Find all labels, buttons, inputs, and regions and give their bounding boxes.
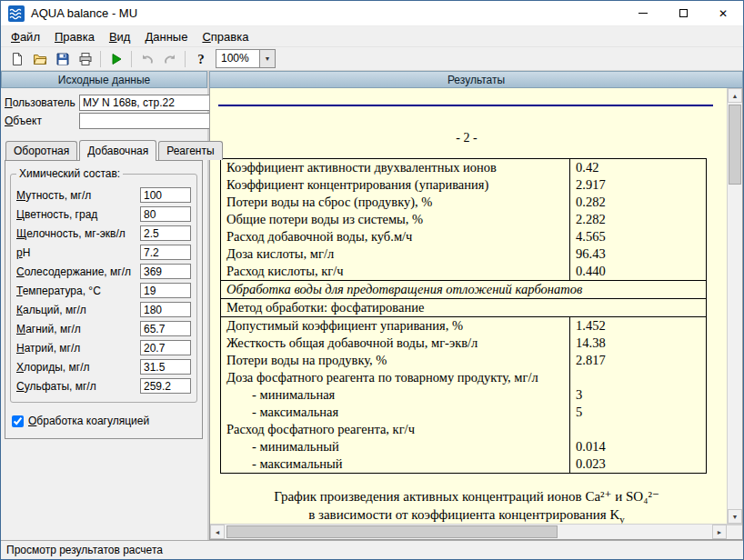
print-icon: [78, 52, 93, 66]
field-input[interactable]: [140, 321, 191, 336]
group-title: Химический состав:: [16, 167, 123, 180]
toolbar-separator: [131, 51, 132, 67]
toolbar-separator: [185, 51, 186, 67]
run-icon: [109, 52, 124, 66]
horizontal-scrollbar-row: ◄ ►: [210, 524, 742, 539]
toolbar: ? 100% ▼: [1, 46, 743, 71]
field-input[interactable]: [140, 340, 191, 355]
toolbar-separator: [100, 51, 101, 67]
user-input[interactable]: [79, 95, 227, 111]
field-input[interactable]: [140, 206, 191, 222]
menu-item[interactable]: Данные: [137, 28, 195, 45]
maximize-icon: [679, 9, 688, 17]
field-row: рН: [16, 243, 191, 262]
vertical-scroll-track[interactable]: [728, 103, 742, 509]
result-row: Коэффициент концентрирования (упаривания…: [221, 176, 707, 194]
chevron-down-icon: ▼: [265, 55, 271, 62]
results-panel-header: Результаты: [209, 71, 743, 88]
result-label: - максимальная: [221, 404, 570, 421]
field-label: Солесодержание, мг/л: [16, 265, 140, 278]
zoom-dropdown-button[interactable]: ▼: [259, 50, 275, 67]
result-label: - минимальный: [221, 438, 570, 455]
result-label: Доза фосфатного реагента по товарному пр…: [221, 369, 570, 386]
help-icon: ?: [194, 52, 208, 66]
field-input[interactable]: [140, 378, 191, 394]
field-label: Натрий, мг/л: [16, 342, 140, 355]
k-subscript: у: [619, 514, 625, 524]
svg-text:?: ?: [197, 52, 205, 66]
result-row: Расход фосфатного реагента, кг/ч: [221, 421, 707, 438]
help-button[interactable]: ?: [189, 48, 212, 69]
status-text: Просмотр результатов расчета: [6, 544, 163, 556]
app-icon[interactable]: [8, 5, 25, 22]
open-button[interactable]: [28, 48, 51, 69]
field-row: Натрий, мг/л: [16, 338, 191, 357]
result-value: 1.452: [570, 317, 707, 335]
tab[interactable]: Оборотная: [5, 141, 77, 160]
scroll-right-button[interactable]: ►: [712, 525, 727, 539]
scroll-left-button[interactable]: ◄: [210, 525, 225, 539]
maximize-button[interactable]: [663, 1, 703, 25]
object-input[interactable]: [79, 113, 227, 129]
coagulation-checkbox[interactable]: [12, 415, 24, 427]
scrollbar-corner: [727, 525, 742, 539]
field-input[interactable]: [140, 187, 191, 203]
horizontal-scroll-thumb[interactable]: [226, 525, 558, 538]
menu-item[interactable]: Вид: [102, 28, 138, 45]
result-row: Потери воды на сброс (продувку), %0.282: [221, 194, 707, 211]
result-value: 0.023: [570, 455, 707, 474]
field-input[interactable]: [140, 302, 191, 317]
field-input[interactable]: [140, 245, 191, 260]
field-row: Кальций, мг/л: [16, 300, 191, 319]
vertical-scrollbar[interactable]: ▲ ▼: [727, 88, 742, 524]
field-input[interactable]: [140, 264, 191, 279]
run-button[interactable]: [105, 48, 127, 69]
print-button[interactable]: [74, 48, 96, 69]
result-value: [570, 421, 707, 438]
title-bar[interactable]: AQUA balance - MU ✕: [1, 1, 743, 26]
undo-button: [136, 48, 158, 69]
result-value: 5: [570, 404, 707, 421]
field-input[interactable]: [140, 359, 191, 375]
result-value: 0.014: [570, 438, 707, 455]
result-row: Обработка воды для предотвращения отложе…: [221, 281, 707, 299]
result-value: 4.565: [570, 228, 707, 245]
new-button[interactable]: [5, 48, 28, 69]
field-row: Магний, мг/л: [16, 319, 191, 338]
save-icon: [55, 52, 70, 66]
tab-page-makeup-water: Химический состав: Мутность, мг/лЦветнос…: [5, 160, 203, 439]
scroll-down-button[interactable]: ▼: [728, 509, 742, 524]
tab[interactable]: Добавочная: [79, 140, 156, 161]
menu-item[interactable]: Справка: [195, 28, 256, 45]
tab[interactable]: Реагенты: [158, 141, 222, 160]
menu-item[interactable]: Правка: [47, 28, 102, 45]
field-input[interactable]: [140, 283, 191, 298]
menu-item[interactable]: Файл: [4, 28, 47, 45]
field-label: Кальций, мг/л: [16, 304, 140, 316]
scroll-up-button[interactable]: ▲: [728, 88, 742, 103]
arrow-down-icon: ▼: [732, 514, 739, 520]
close-button[interactable]: ✕: [703, 1, 743, 25]
result-row: - максимальная5: [221, 404, 707, 421]
result-row: Жесткость общая добавочной воды, мг-экв/…: [221, 335, 707, 352]
close-icon: ✕: [719, 8, 728, 19]
horizontal-scrollbar[interactable]: ◄ ►: [210, 525, 727, 539]
redo-button: [158, 48, 181, 69]
result-label: Расход кислоты, кг/ч: [221, 263, 570, 281]
minimize-button[interactable]: [623, 1, 663, 25]
window-controls: ✕: [623, 1, 743, 25]
field-input[interactable]: [140, 225, 191, 241]
chemical-fields: Мутность, мг/лЦветность, градЩелочность,…: [16, 185, 191, 395]
result-row: Метод обработки: фосфатирование: [221, 299, 707, 317]
minimize-icon: [638, 13, 648, 14]
horizontal-scroll-track[interactable]: [225, 525, 712, 539]
vertical-scroll-thumb[interactable]: [729, 105, 741, 185]
zoom-combobox[interactable]: 100% ▼: [216, 49, 276, 68]
result-value: 2.917: [570, 176, 707, 194]
save-button[interactable]: [51, 48, 74, 69]
result-label: Коэффициент активности двухвалентных ион…: [221, 159, 570, 177]
coagulation-checkbox-row[interactable]: Обработка коагуляцией: [12, 415, 197, 427]
window-title: AQUA balance - MU: [31, 6, 137, 20]
result-row: Расход добавочной воды, куб.м/ч4.565: [221, 228, 707, 245]
result-row: - минимальный0.014: [221, 438, 707, 455]
